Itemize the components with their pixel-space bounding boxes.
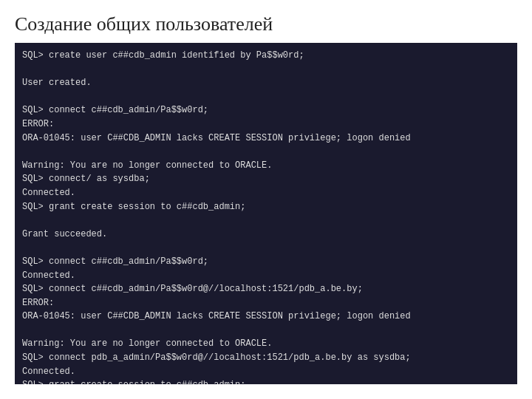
page-title: Создание общих пользователей: [15, 13, 517, 35]
page-container: Создание общих пользователей SQL> create…: [0, 0, 532, 399]
terminal-container: SQL> create user c##cdb_admin identified…: [15, 43, 517, 384]
terminal-output: SQL> create user c##cdb_admin identified…: [22, 49, 510, 384]
